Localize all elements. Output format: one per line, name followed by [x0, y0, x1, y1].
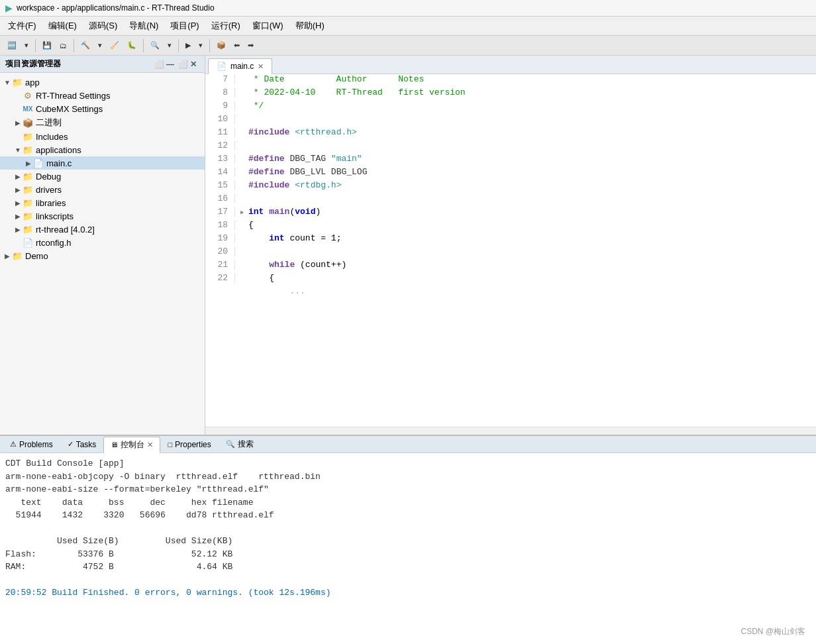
- tree-item-debug[interactable]: ▶ 📁 Debug: [0, 170, 205, 183]
- sidebar: 项目资源管理器 ⬜ — ⬜ ✕ ▼ 📁 app ⚙: [0, 56, 205, 435]
- tree-arrow-debug: ▶: [13, 173, 23, 180]
- line-num-22: 22: [205, 273, 235, 283]
- tree-label-binary: 二进制: [36, 117, 62, 129]
- line-num-7: 7: [205, 74, 235, 84]
- console-line-3: 51944 1432 3320 56696 dd78 rtthread.elf: [5, 509, 811, 522]
- tree-arrow-linkscripts: ▶: [13, 213, 23, 220]
- tree-label-includes: Includes: [36, 132, 68, 142]
- bottom-tab-tasks[interactable]: ✓ Tasks: [60, 437, 104, 452]
- tree-item-app[interactable]: ▼ 📁 app: [0, 76, 205, 89]
- toolbar-build-dd[interactable]: ▾: [95, 39, 105, 52]
- editor-tab-mainc[interactable]: 📄 main.c ✕: [208, 58, 272, 74]
- content-area: 项目资源管理器 ⬜ — ⬜ ✕ ▼ 📁 app ⚙: [0, 56, 816, 435]
- tree-item-libraries[interactable]: ▶ 📁 libraries: [0, 196, 205, 209]
- tree-icon-rtconfigh: 📄: [23, 237, 33, 248]
- menu-item-s[interactable]: 源码(S): [83, 18, 123, 34]
- toolbar-run-dd[interactable]: ▾: [195, 39, 206, 52]
- console-line-8: [5, 574, 811, 587]
- toolbar-debug[interactable]: 🐛: [124, 39, 140, 52]
- sidebar-header-icons: ⬜ — ⬜ ✕: [154, 60, 199, 69]
- menu-item-p[interactable]: 项目(P): [165, 18, 204, 34]
- tree-label-mainc: main.c: [46, 158, 72, 168]
- code-content-8: * 2022-04-10 RT-Thread first version: [248, 87, 816, 97]
- tree-label-applications: applications: [36, 145, 81, 155]
- sidebar-maximize-icon[interactable]: ⬜: [178, 60, 187, 69]
- bottom-tab-search[interactable]: 🔍 搜索: [219, 436, 261, 453]
- toolbar-pkg[interactable]: 📦: [213, 39, 229, 52]
- toolbar-save-all[interactable]: 🗂: [56, 40, 70, 52]
- tree-item-rt-settings[interactable]: ⚙ RT-Thread Settings: [0, 89, 205, 102]
- menu-item-n[interactable]: 导航(N): [124, 18, 164, 34]
- tree-icon-rt-settings: ⚙: [23, 90, 33, 101]
- sidebar-minimize-icon[interactable]: —: [166, 60, 176, 69]
- code-line-17: 17 ▶ int main(void): [205, 207, 816, 220]
- line-num-20: 20: [205, 246, 235, 256]
- line-num-15: 15: [205, 180, 235, 190]
- toolbar-sep-2: [74, 39, 74, 52]
- tree-item-cubemx[interactable]: MX CubeMX Settings: [0, 102, 205, 115]
- code-line-9: 9 */: [205, 101, 816, 114]
- bottom-tab-problems[interactable]: ⚠ Problems: [3, 437, 60, 452]
- tab-close-mainc[interactable]: ✕: [258, 62, 264, 71]
- toolbar-save[interactable]: 💾: [39, 39, 55, 52]
- sidebar-close-icon[interactable]: ✕: [190, 60, 199, 69]
- menu-item-e[interactable]: 编辑(E): [43, 18, 82, 34]
- editor-scrollbar[interactable]: [205, 427, 816, 435]
- properties-icon: □: [168, 441, 172, 449]
- menu-bar: 文件(F)编辑(E)源码(S)导航(N)项目(P)运行(R)窗口(W)帮助(H): [0, 17, 816, 36]
- toolbar-sep-4: [178, 39, 179, 52]
- tree-item-includes[interactable]: 📁 Includes: [0, 130, 205, 143]
- tree-item-rtconfigh[interactable]: 📄 rtconfig.h: [0, 236, 205, 249]
- code-content-13: #define DBG_TAG "main": [248, 154, 816, 164]
- console-close-icon[interactable]: ✕: [147, 441, 153, 449]
- menu-item-f[interactable]: 文件(F): [3, 18, 42, 34]
- bottom-panel: ⚠ Problems ✓ Tasks 🖥 控制台 ✕ □ Properties …: [0, 435, 816, 644]
- tab-label-mainc: main.c: [230, 62, 254, 71]
- tree-arrow-libraries: ▶: [13, 199, 23, 207]
- search-icon: 🔍: [226, 440, 235, 449]
- toolbar-run[interactable]: ▶: [182, 39, 194, 52]
- code-editor[interactable]: 7 * Date Author Notes 8 * 2022-04-10 RT-…: [205, 74, 816, 427]
- bottom-tab-label-search: 搜索: [238, 439, 254, 450]
- sidebar-tree: ▼ 📁 app ⚙ RT-Thread Settings MX CubeMX S…: [0, 73, 205, 435]
- tree-item-rtthread[interactable]: ▶ 📁 rt-thread [4.0.2]: [0, 223, 205, 236]
- tree-item-demo[interactable]: ▶ 📁 Demo: [0, 249, 205, 262]
- toolbar-search[interactable]: 🔍: [147, 39, 163, 52]
- toolbar-back[interactable]: ⬅: [230, 39, 243, 52]
- bottom-tab-console[interactable]: 🖥 控制台 ✕: [103, 437, 160, 453]
- menu-item-r[interactable]: 运行(R): [206, 18, 246, 34]
- toolbar-search-dd[interactable]: ▾: [164, 39, 175, 52]
- toolbar-dropdown[interactable]: ▾: [21, 39, 32, 52]
- console-line-5: Used Size(B) Used Size(KB): [5, 535, 811, 548]
- console-line-6: Flash: 53376 B 52.12 KB: [5, 548, 811, 561]
- menu-item-h[interactable]: 帮助(H): [290, 18, 330, 34]
- menu-item-w[interactable]: 窗口(W): [247, 18, 289, 34]
- tree-item-drivers[interactable]: ▶ 📁 drivers: [0, 183, 205, 196]
- toolbar-sep-1: [35, 39, 36, 52]
- tree-label-rtthread: rt-thread [4.0.2]: [36, 225, 95, 235]
- tree-label-debug: Debug: [36, 172, 61, 182]
- tree-item-mainc[interactable]: ▶ 📄 main.c: [0, 156, 205, 170]
- bottom-tab-label-problems: Problems: [19, 440, 53, 449]
- bottom-tab-properties[interactable]: □ Properties: [160, 437, 218, 452]
- bottom-tabs: ⚠ Problems ✓ Tasks 🖥 控制台 ✕ □ Properties …: [0, 436, 816, 453]
- line-num-8: 8: [205, 87, 235, 97]
- tree-icon-includes: 📁: [23, 131, 33, 142]
- code-line-10: 10: [205, 114, 816, 127]
- code-line-16: 16: [205, 193, 816, 207]
- line-num-16: 16: [205, 193, 235, 203]
- tree-label-app: app: [25, 78, 40, 87]
- line-num-9: 9: [205, 101, 235, 111]
- bottom-tab-label-tasks: Tasks: [76, 440, 97, 449]
- toolbar-build[interactable]: 🔨: [77, 39, 93, 52]
- tree-item-applications[interactable]: ▼ 📁 applications: [0, 143, 205, 156]
- toolbar-new[interactable]: 🆕: [4, 39, 20, 52]
- tree-label-rtconfigh: rtconfig.h: [36, 238, 71, 248]
- tree-icon-debug: 📁: [23, 171, 33, 182]
- tree-item-linkscripts[interactable]: ▶ 📁 linkscripts: [0, 209, 205, 223]
- sidebar-collapse-icon[interactable]: ⬜: [154, 60, 164, 69]
- toolbar-clean[interactable]: 🧹: [107, 39, 123, 52]
- tree-item-binary[interactable]: ▶ 📦 二进制: [0, 115, 205, 130]
- toolbar-fwd[interactable]: ➡: [244, 39, 257, 52]
- tree-arrow-binary: ▶: [13, 119, 23, 127]
